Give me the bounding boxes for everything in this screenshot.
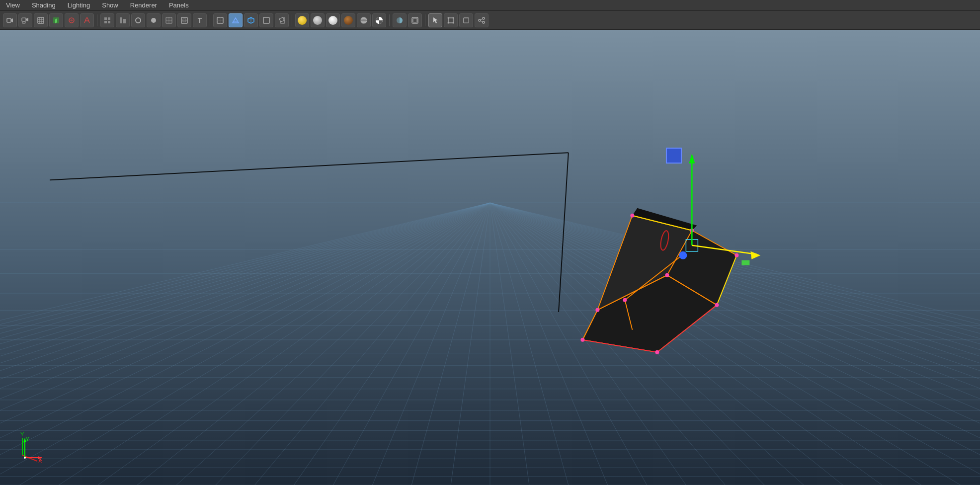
- sphere-btn[interactable]: [147, 13, 161, 27]
- svg-rect-5: [38, 17, 44, 23]
- mat-yellow-btn[interactable]: [295, 13, 309, 27]
- grid-btn[interactable]: [162, 13, 176, 27]
- rotate-btn[interactable]: [459, 13, 473, 27]
- sep-5: [425, 14, 425, 26]
- svg-rect-41: [379, 20, 383, 24]
- svg-point-35: [360, 19, 367, 21]
- svg-point-19: [136, 18, 141, 23]
- transform-btn[interactable]: [444, 13, 458, 27]
- mat-white-btn[interactable]: [326, 13, 340, 27]
- svg-rect-39: [379, 17, 383, 20]
- svg-rect-0: [7, 18, 11, 22]
- svg-rect-38: [376, 17, 379, 20]
- share-btn[interactable]: [475, 13, 489, 27]
- persp-view-btn[interactable]: [229, 13, 243, 27]
- svg-point-64: [24, 457, 26, 459]
- svg-rect-18: [123, 19, 126, 23]
- svg-text:X: X: [39, 457, 42, 462]
- select-camera-btn[interactable]: [3, 13, 17, 27]
- menu-renderer[interactable]: Renderer: [128, 0, 159, 10]
- poly-count-btn[interactable]: [116, 13, 130, 27]
- select-camera2-btn[interactable]: [18, 13, 32, 27]
- camera-view-btn[interactable]: [275, 13, 289, 27]
- toolbar: T: [0, 11, 980, 30]
- half-sphere-btn[interactable]: [357, 13, 371, 27]
- sep-3: [292, 14, 292, 26]
- svg-rect-2: [22, 18, 26, 21]
- svg-point-47: [453, 17, 454, 18]
- svg-rect-13: [104, 17, 107, 20]
- svg-rect-50: [464, 18, 469, 23]
- paint-btn[interactable]: [49, 13, 63, 27]
- uv-btn[interactable]: [177, 13, 191, 27]
- wireframe-btn[interactable]: [34, 13, 48, 27]
- axis-indicator: Y X: [15, 435, 45, 465]
- sculpt-btn[interactable]: [65, 13, 79, 27]
- checkerboard-btn[interactable]: [372, 13, 386, 27]
- viewport-canvas: [0, 30, 980, 485]
- viewport[interactable]: Y X: [0, 30, 980, 485]
- svg-text:Y: Y: [26, 437, 29, 442]
- svg-rect-17: [120, 17, 122, 23]
- cursor-btn[interactable]: [428, 13, 442, 27]
- svg-rect-14: [108, 17, 110, 20]
- svg-line-57: [481, 21, 483, 22]
- mat-gray-btn[interactable]: [311, 13, 325, 27]
- menu-show[interactable]: Show: [100, 0, 120, 10]
- circle-btn[interactable]: [131, 13, 145, 27]
- svg-point-46: [448, 17, 449, 18]
- cube-view-btn[interactable]: [244, 13, 258, 27]
- mat-dark-btn[interactable]: [341, 13, 355, 27]
- svg-rect-45: [448, 18, 453, 23]
- ortho-view-btn[interactable]: [259, 13, 273, 27]
- svg-rect-44: [413, 18, 417, 22]
- svg-point-55: [483, 21, 485, 23]
- svg-rect-31: [263, 17, 269, 23]
- sep-4: [389, 14, 390, 26]
- svg-rect-40: [376, 20, 379, 24]
- svg-rect-4: [22, 22, 25, 23]
- wire-overlay-btn[interactable]: [408, 13, 422, 27]
- svg-point-54: [479, 19, 481, 21]
- svg-marker-3: [26, 18, 28, 21]
- half-mode-btn[interactable]: [393, 13, 407, 27]
- text-btn[interactable]: T: [193, 13, 207, 27]
- menubar: View Shading Lighting Show Renderer Pane…: [0, 0, 980, 11]
- svg-point-49: [453, 22, 454, 23]
- svg-rect-15: [104, 21, 107, 23]
- svg-point-53: [483, 17, 485, 19]
- svg-rect-16: [108, 21, 110, 23]
- front-view-btn[interactable]: [213, 13, 227, 27]
- display-mode-btn[interactable]: [100, 13, 114, 27]
- svg-point-48: [448, 22, 449, 23]
- menu-view[interactable]: View: [4, 0, 22, 10]
- menu-shading[interactable]: Shading: [30, 0, 58, 10]
- sep-1: [97, 14, 97, 26]
- paint2-btn[interactable]: [80, 13, 94, 27]
- sep-2: [210, 14, 210, 26]
- menu-lighting[interactable]: Lighting: [66, 0, 92, 10]
- svg-point-20: [151, 18, 156, 23]
- svg-line-56: [481, 19, 483, 20]
- menu-panels[interactable]: Panels: [167, 0, 191, 10]
